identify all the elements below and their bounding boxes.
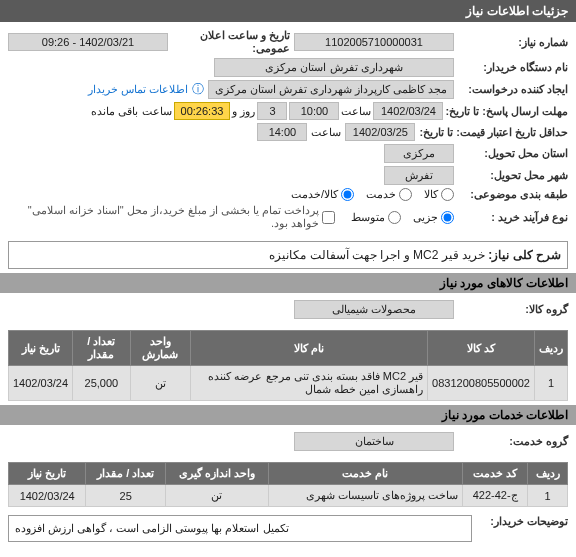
goods-idx: 1 [535, 366, 568, 401]
goods-date: 1402/03/24 [9, 366, 73, 401]
goods-qty: 25,000 [73, 366, 131, 401]
radio-service[interactable]: خدمت [366, 188, 412, 201]
services-group-label: گروه خدمت: [458, 435, 568, 448]
srv-th-code: کد خدمت [463, 463, 528, 485]
table-row: 1 ج-42-422 ساخت پروژه‌های تاسیسات شهری ت… [9, 485, 568, 507]
category-label: طبقه بندی موضوعی: [458, 188, 568, 201]
buyer-label: نام دستگاه خریدار: [458, 61, 568, 74]
services-group-value: ساختمان [294, 432, 454, 451]
radio-goods[interactable]: کالا [424, 188, 454, 201]
goods-name: قیر MC2 فاقد بسته بندی تنی مرجع عرضه کنن… [190, 366, 427, 401]
category-radio-group: کالا خدمت کالا/خدمت [291, 188, 454, 201]
reply-deadline-label: مهلت ارسال پاسخ: تا تاریخ: [445, 105, 568, 118]
info-icon: ⓘ [192, 81, 204, 98]
goods-th-qty: تعداد / مقدار [73, 331, 131, 366]
process-label: نوع فرآیند خرید : [458, 211, 568, 224]
saat-label-1: ساعت [341, 105, 371, 118]
srv-th-name: نام خدمت [268, 463, 462, 485]
summary-label: شرح کلی نیاز: [488, 248, 561, 262]
srv-name: ساخت پروژه‌های تاسیسات شهری [268, 485, 462, 507]
payment-checkbox[interactable]: پرداخت تمام یا بخشی از مبلغ خرید،از محل … [8, 204, 335, 230]
saat-label-2: ساعت [311, 126, 341, 139]
process-radio-group: جزیی متوسط [351, 211, 454, 224]
goods-unit: تن [130, 366, 190, 401]
requester-label: ایجاد کننده درخواست: [458, 83, 568, 96]
summary-text: خرید قیر MC2 و اجرا جهت آسفالت مکانیزه [269, 248, 485, 262]
srv-date: 1402/03/24 [9, 485, 86, 507]
goods-group-value: محصولات شیمیالی [294, 300, 454, 319]
srv-qty: 25 [86, 485, 166, 507]
need-no-value: 1102005710000031 [294, 33, 454, 51]
goods-th-name: نام کالا [190, 331, 427, 366]
payment-note: پرداخت تمام یا بخشی از مبلغ خرید،از محل … [8, 204, 319, 230]
srv-th-unit: واحد اندازه گیری [166, 463, 269, 485]
validity-label: حداقل تاریخ اعتبار قیمت: تا تاریخ: [419, 126, 568, 139]
radio-minor[interactable]: جزیی [413, 211, 454, 224]
province-label: استان محل تحویل: [458, 147, 568, 160]
summary-box: شرح کلی نیاز: خرید قیر MC2 و اجرا جهت آس… [8, 241, 568, 269]
goods-th-date: تاریخ نیاز [9, 331, 73, 366]
services-table: ردیف کد خدمت نام خدمت واحد اندازه گیری ت… [8, 462, 568, 507]
radio-medium[interactable]: متوسط [351, 211, 401, 224]
reply-time: 10:00 [289, 102, 339, 120]
city-value: تفرش [384, 166, 454, 185]
remaining-label: ساعت باقی مانده [91, 105, 171, 118]
srv-idx: 1 [528, 485, 568, 507]
srv-th-row: ردیف [528, 463, 568, 485]
srv-code: ج-42-422 [463, 485, 528, 507]
goods-code: 0831200805500002 [428, 366, 535, 401]
announce-value: 1402/03/21 - 09:26 [8, 33, 168, 51]
services-section-title: اطلاعات خدمات مورد نیاز [0, 405, 576, 425]
province-value: مرکزی [384, 144, 454, 163]
buyer-notes-label: توضیحات خریدار: [478, 515, 568, 528]
announce-label: تاریخ و ساعت اعلان عمومی: [172, 29, 290, 55]
goods-section-title: اطلاعات کالاهای مورد نیاز [0, 273, 576, 293]
reply-date: 1402/03/24 [373, 102, 443, 120]
requester-value: مجد کاظمی کارپرداز شهرداری تفرش استان مر… [208, 80, 454, 99]
goods-table: ردیف کد کالا نام کالا واحد شمارش تعداد /… [8, 330, 568, 401]
city-label: شهر محل تحویل: [458, 169, 568, 182]
validity-time: 14:00 [257, 123, 307, 141]
need-no-label: شماره نیاز: [458, 36, 568, 49]
goods-th-code: کد کالا [428, 331, 535, 366]
panel-title: جزئیات اطلاعات نیاز [0, 0, 576, 22]
validity-date: 1402/03/25 [345, 123, 415, 141]
contact-link[interactable]: اطلاعات تماس خریدار [88, 83, 188, 96]
buyer-value: شهرداری تفرش استان مرکزی [214, 58, 454, 77]
timer-value: 00:26:33 [174, 102, 231, 120]
goods-group-label: گروه کالا: [458, 303, 568, 316]
goods-th-unit: واحد شمارش [130, 331, 190, 366]
srv-unit: تن [166, 485, 269, 507]
table-row: 1 0831200805500002 قیر MC2 فاقد بسته بند… [9, 366, 568, 401]
days-value: 3 [257, 102, 287, 120]
buyer-notes-text: تکمیل استعلام بها پیوستی الزامی است ، گو… [8, 515, 472, 542]
radio-both[interactable]: کالا/خدمت [291, 188, 354, 201]
goods-th-row: ردیف [535, 331, 568, 366]
srv-th-qty: تعداد / مقدار [86, 463, 166, 485]
srv-th-date: تاریخ نیاز [9, 463, 86, 485]
days-label: روز و [232, 105, 255, 118]
